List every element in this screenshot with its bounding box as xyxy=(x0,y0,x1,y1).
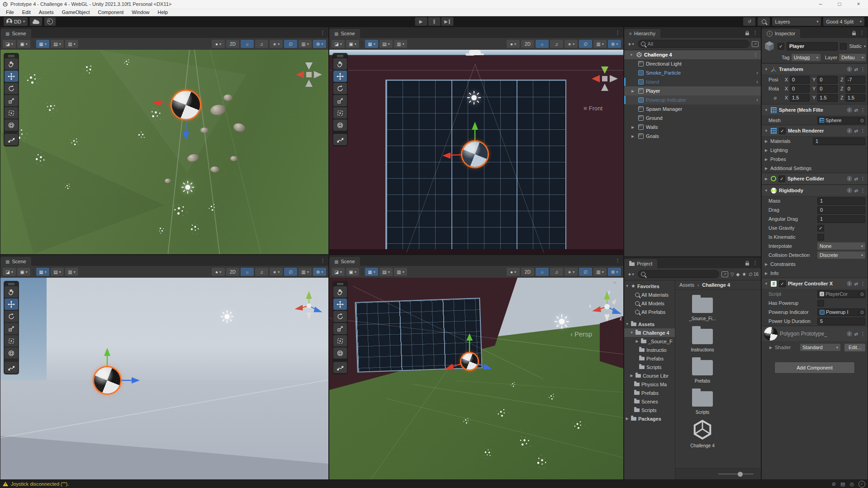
scale-z-field[interactable]: 1.5 xyxy=(845,94,865,102)
enabled-checkbox[interactable]: ✓ xyxy=(779,280,786,287)
orientation-gizmo[interactable]: y x z xyxy=(588,288,623,327)
render-doll-button[interactable]: ●▾ xyxy=(507,40,520,48)
help-icon[interactable]: i xyxy=(847,66,852,72)
snap-toggle-button[interactable]: ▤▾ xyxy=(379,40,393,48)
orientation-gizmo[interactable] xyxy=(291,288,327,325)
layers-dropdown[interactable]: Layers▾ xyxy=(772,17,821,26)
materials-row[interactable]: ▶Materials1 xyxy=(762,137,868,146)
cloud-button[interactable] xyxy=(30,17,42,26)
enabled-checkbox[interactable]: ✓ xyxy=(778,175,785,182)
presets-icon[interactable]: ⇄ xyxy=(854,332,858,336)
camera-preview-button[interactable]: ▥▾ xyxy=(299,40,312,48)
lock-icon[interactable] xyxy=(745,33,749,35)
label-icon[interactable]: ◆ xyxy=(736,272,740,277)
shading-mode-button[interactable]: ◪▾ xyxy=(332,268,345,276)
powerup-duration-field[interactable]: 5 xyxy=(817,317,865,325)
tab-scene[interactable]: ▦Scene xyxy=(0,257,31,266)
tree-assets[interactable]: ▼Assets xyxy=(624,320,675,328)
2d-toggle-button[interactable]: 2D xyxy=(521,40,534,48)
search-button[interactable] xyxy=(758,17,770,26)
mesh-object-field[interactable]: Sphere⊙ xyxy=(817,117,865,124)
tab-hierarchy[interactable]: ≡Hierarchy xyxy=(624,29,660,38)
is-kinematic-checkbox[interactable] xyxy=(817,234,824,241)
drag-handle[interactable] xyxy=(333,54,347,57)
tag-dropdown[interactable]: Untagg▾ xyxy=(792,54,821,61)
undo-history-button[interactable]: ↺ xyxy=(743,17,755,26)
drag-field[interactable]: 0 xyxy=(817,206,865,214)
status-message[interactable]: Joystick disconnected (""). xyxy=(11,481,69,487)
asset-folder-instructions[interactable]: Instructions xyxy=(683,326,722,352)
tree-instructions[interactable]: Instructio xyxy=(624,346,675,354)
scale-y-field[interactable]: 1.5 xyxy=(817,94,837,102)
activity-ok-icon[interactable]: ✓ xyxy=(859,481,865,488)
hand-tool[interactable] xyxy=(5,58,18,70)
snap-size-button[interactable]: ▥▾ xyxy=(65,268,78,276)
effects-button[interactable]: ∗▾ xyxy=(270,40,283,48)
snap-toggle-button[interactable]: ▤▾ xyxy=(51,40,64,48)
drag-handle[interactable] xyxy=(333,282,347,285)
cache-server-icon[interactable]: ▤ xyxy=(840,481,845,487)
powerup-indicator-object-field[interactable]: Powerup I⊙ xyxy=(817,308,865,316)
shading-mode-button[interactable]: ◪▾ xyxy=(3,40,16,48)
snap-size-button[interactable]: ▥▾ xyxy=(65,40,78,48)
directional-light-gizmo[interactable] xyxy=(181,180,194,195)
effects-button[interactable]: ∗▾ xyxy=(564,268,578,276)
2d-toggle-button[interactable]: 2D xyxy=(226,40,239,48)
kebab-menu-icon[interactable]: ⋮ xyxy=(860,66,865,72)
link-scale-icon[interactable]: ⌀ xyxy=(768,95,782,101)
script-object-field[interactable]: #PlayerCor⊙ xyxy=(817,290,865,298)
hand-tool[interactable] xyxy=(5,286,18,298)
directional-light-gizmo[interactable] xyxy=(554,314,569,330)
shader-dropdown[interactable]: Standard▾ xyxy=(800,344,840,351)
transform-tool[interactable] xyxy=(333,119,347,131)
tree-challenge4[interactable]: ▼Challenge 4 xyxy=(624,328,675,337)
gizmos-button[interactable]: ⊕▾ xyxy=(313,268,326,276)
transform-tool[interactable] xyxy=(333,347,347,359)
constraints-foldout[interactable]: ▶Constraints xyxy=(762,260,868,269)
menu-help[interactable]: Help xyxy=(153,9,172,15)
materials-count-field[interactable]: 1 xyxy=(813,137,865,145)
move-tool[interactable] xyxy=(333,298,347,310)
player-object[interactable] xyxy=(439,118,511,190)
name-field[interactable]: Player xyxy=(787,42,838,51)
presets-icon[interactable]: ⇄ xyxy=(854,67,858,72)
rotate-tool[interactable] xyxy=(5,311,18,322)
project-search-input[interactable] xyxy=(638,270,719,278)
grid-visibility-button[interactable]: ▦▾ xyxy=(365,40,378,48)
player-sphere[interactable] xyxy=(461,353,478,370)
gameobject-cube-icon[interactable] xyxy=(764,40,775,52)
tab-project[interactable]: Project xyxy=(624,259,657,268)
grid-visibility-button[interactable]: ▦▾ xyxy=(36,268,49,276)
snap-toggle-button[interactable]: ▤▾ xyxy=(51,268,64,276)
foldout-icon[interactable]: ▶ xyxy=(631,134,636,138)
audio-toggle-button[interactable]: ♫ xyxy=(550,268,563,276)
custom-tool[interactable] xyxy=(333,362,347,373)
asset-folder-prefabs[interactable]: Prefabs xyxy=(683,357,722,384)
tree-source-files[interactable]: ▶_Source_F xyxy=(624,337,675,346)
scene-visibility-button[interactable]: ∅ xyxy=(579,268,592,276)
presets-icon[interactable]: ⇄ xyxy=(854,128,858,133)
tree-all-prefabs[interactable]: All Prefabs xyxy=(624,308,675,316)
hierarchy-item-island[interactable]: Island› xyxy=(624,77,761,86)
foldout-icon[interactable]: ▶ xyxy=(631,125,636,129)
help-icon[interactable]: i xyxy=(847,331,852,336)
sphere-collider-header[interactable]: ▶ ✓ Sphere Collider i⇄⋮ xyxy=(762,173,868,185)
snap-size-button[interactable]: ▥▾ xyxy=(394,268,407,276)
rotate-tool[interactable] xyxy=(333,83,347,94)
lock-icon[interactable] xyxy=(852,33,856,35)
kebab-menu-icon[interactable]: ⋮ xyxy=(320,30,325,36)
custom-tool[interactable] xyxy=(5,134,18,145)
player-controller-header[interactable]: ▼# ✓ Player Controller X i⇄⋮ xyxy=(762,278,868,289)
material-preview-sphere[interactable] xyxy=(764,327,778,341)
player-object[interactable] xyxy=(150,69,222,141)
position-y-field[interactable]: 0 xyxy=(817,76,837,84)
snap-size-button[interactable]: ▥▾ xyxy=(394,40,407,48)
static-checkbox[interactable] xyxy=(840,43,847,50)
move-tool[interactable] xyxy=(333,71,347,82)
audio-toggle-button[interactable]: ♫ xyxy=(550,40,563,48)
rotation-x-field[interactable]: 0 xyxy=(790,85,810,93)
zoom-slider[interactable] xyxy=(718,474,754,474)
breadcrumb-assets[interactable]: Assets xyxy=(679,282,694,288)
prefab-arrow-icon[interactable]: › xyxy=(756,97,758,103)
hand-tool[interactable] xyxy=(333,286,347,298)
